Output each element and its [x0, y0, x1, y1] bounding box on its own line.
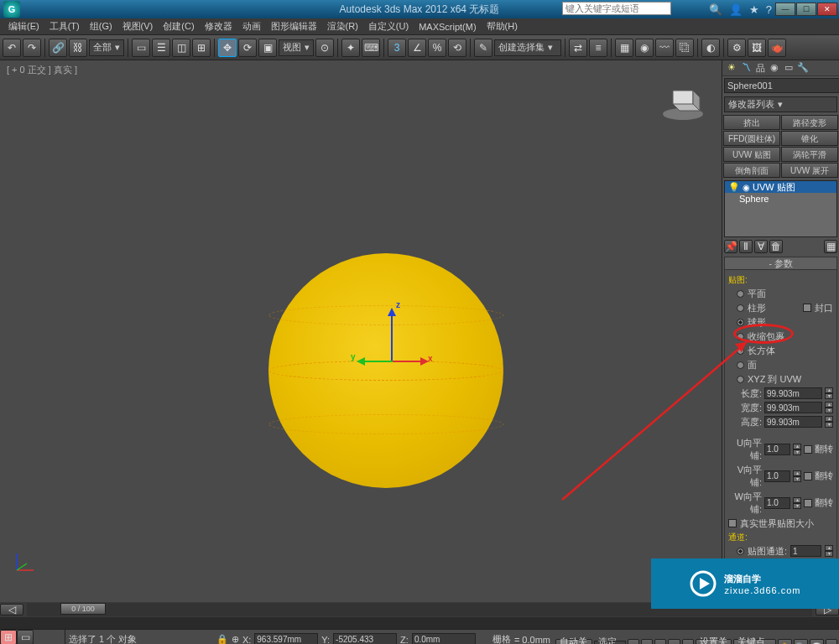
wtile-spinner[interactable]: 1.0	[764, 497, 790, 509]
ref-coord-dropdown[interactable]: 视图 ▾	[279, 39, 314, 56]
listener-btn[interactable]: ▭	[17, 630, 34, 644]
keymode-dropdown[interactable]: 选定对象	[594, 641, 626, 645]
unlink-button[interactable]: ⛓	[69, 39, 87, 57]
help-search[interactable]	[562, 2, 671, 15]
btn-bevelprof[interactable]: 倒角剖面	[723, 163, 780, 178]
snap-button[interactable]: 3	[388, 39, 406, 57]
selection-set-dropdown[interactable]: 创建选择集 ▾	[494, 39, 561, 56]
autokey-toggle[interactable]: 自动关键点	[555, 639, 592, 645]
radio-cylindrical[interactable]: 柱形封口	[737, 302, 833, 314]
time-prev-icon[interactable]: ◁	[0, 604, 23, 615]
menu-graph[interactable]: 图形编辑器	[266, 20, 322, 33]
spinner-snap-button[interactable]: ⟲	[448, 39, 466, 57]
btn-extrude[interactable]: 挤出	[723, 115, 780, 130]
menu-render[interactable]: 渲染(R)	[322, 20, 363, 33]
link-button[interactable]: 🔗	[49, 39, 67, 57]
graphite-button[interactable]: ◉	[635, 39, 654, 57]
modifier-list-dropdown[interactable]: 修改器列表 ▾	[724, 96, 837, 112]
pin-stack-icon[interactable]: 📌	[724, 240, 737, 253]
rotate-button[interactable]: ⟳	[238, 39, 257, 57]
close-button[interactable]: ✕	[817, 3, 837, 16]
up-icon[interactable]: ▴	[825, 387, 833, 393]
percent-snap-button[interactable]: %	[428, 39, 446, 57]
curve-editor-button[interactable]: 〰	[655, 39, 674, 57]
window-crossing-button[interactable]: ⊞	[192, 39, 211, 57]
scale-button[interactable]: ▣	[258, 39, 277, 57]
radio-face[interactable]: 面	[737, 359, 833, 371]
realworld-checkbox[interactable]	[728, 519, 737, 527]
play-icon[interactable]: ▶	[654, 639, 666, 645]
menu-tools[interactable]: 工具(T)	[44, 20, 85, 33]
btn-turbosmooth[interactable]: 涡轮平滑	[781, 147, 838, 162]
y-coord-input[interactable]	[333, 633, 397, 644]
y-axis-icon[interactable]	[359, 361, 393, 362]
show-result-icon[interactable]: Ⅱ	[739, 240, 753, 253]
radio-xyz[interactable]: XYZ 到 UVW	[737, 373, 833, 386]
edit-set-button[interactable]: ✎	[474, 39, 492, 57]
viewcube-icon[interactable]	[659, 75, 706, 122]
stack-uvwmap[interactable]: 💡◉ UVW 贴图	[725, 181, 836, 193]
material-button[interactable]: ◐	[701, 39, 720, 57]
btn-uvwunwrap[interactable]: UVW 展开	[781, 163, 838, 178]
menu-animation[interactable]: 动画	[237, 20, 266, 33]
menu-group[interactable]: 组(G)	[85, 20, 117, 33]
object-name-input[interactable]	[724, 78, 839, 93]
selection-scope-dropdown[interactable]: 全部 ▾	[89, 39, 124, 56]
pan-icon[interactable]: ✋	[778, 639, 792, 645]
track-bar[interactable]	[0, 617, 839, 629]
btn-uvwmap[interactable]: UVW 贴图	[723, 147, 780, 162]
display-tab-icon[interactable]: ▭	[783, 62, 795, 74]
x-coord-input[interactable]	[254, 633, 318, 644]
x-axis-icon[interactable]	[393, 361, 426, 362]
utilities-tab-icon[interactable]: 🔧	[797, 62, 809, 74]
width-spinner[interactable]: 99.903m	[764, 402, 822, 413]
cap-checkbox[interactable]	[803, 304, 811, 312]
config-icon[interactable]: ▦	[824, 240, 837, 253]
menu-view[interactable]: 视图(V)	[117, 20, 159, 33]
goto-start-icon[interactable]: ⏮	[628, 639, 639, 645]
mapch-spinner[interactable]: 1	[790, 545, 821, 557]
lock-icon[interactable]: 🔒	[216, 634, 228, 644]
prev-frame-icon[interactable]: ◀	[641, 639, 653, 645]
undo-button[interactable]: ↶	[3, 39, 21, 57]
render-frame-button[interactable]: 🖼	[748, 39, 766, 57]
utile-spinner[interactable]: 1.0	[764, 444, 790, 455]
redo-button[interactable]: ↷	[23, 39, 41, 57]
zoom-icon[interactable]: 🔍	[794, 639, 808, 645]
uflip-checkbox[interactable]	[804, 445, 812, 454]
remove-mod-icon[interactable]: 🗑	[769, 240, 783, 253]
signin-icon[interactable]: 👤	[729, 3, 743, 16]
select-name-button[interactable]: ☰	[152, 39, 170, 57]
radio-spherical[interactable]: 球形	[737, 316, 833, 329]
mirror-button[interactable]: ⇄	[569, 39, 587, 57]
mapch-radio[interactable]	[737, 548, 744, 555]
next-frame-icon[interactable]: ▶	[668, 639, 680, 645]
btn-ffd[interactable]: FFD(圆柱体)	[723, 131, 780, 146]
minimize-button[interactable]: —	[775, 3, 795, 16]
favorite-icon[interactable]: ★	[749, 3, 759, 16]
keyfilter-button[interactable]: 关键点过滤器	[733, 639, 775, 645]
wflip-checkbox[interactable]	[804, 499, 812, 507]
render-button[interactable]: 🫖	[768, 39, 786, 57]
stack-sphere[interactable]: Sphere	[725, 193, 836, 205]
menu-create[interactable]: 创建(C)	[158, 20, 199, 33]
btn-pathdeform[interactable]: 路径变形	[781, 115, 838, 130]
radio-shrinkwrap[interactable]: 收缩包裹	[737, 330, 833, 343]
bulb-icon[interactable]: 💡	[728, 182, 740, 193]
modifier-stack[interactable]: 💡◉ UVW 贴图 Sphere	[724, 180, 837, 237]
keymode-button[interactable]: ⌨	[362, 39, 380, 57]
menu-maxscript[interactable]: MAXScript(M)	[414, 22, 481, 32]
create-tab-icon[interactable]: ☀	[726, 62, 737, 74]
btn-taper[interactable]: 锥化	[781, 131, 838, 146]
maximize-vp-icon[interactable]: ⊞	[826, 639, 837, 645]
down-icon[interactable]: ▾	[825, 393, 833, 399]
menu-edit[interactable]: 编辑(E)	[3, 20, 44, 33]
menu-modifiers[interactable]: 修改器	[200, 20, 237, 33]
schematic-button[interactable]: ⿻	[675, 39, 694, 57]
radio-planar[interactable]: 平面	[737, 288, 833, 300]
select-button[interactable]: ▭	[132, 39, 150, 57]
vtile-spinner[interactable]: 1.0	[764, 470, 790, 482]
manip-button[interactable]: ✦	[341, 39, 360, 57]
align-button[interactable]: ≡	[589, 39, 607, 57]
angle-snap-button[interactable]: ∠	[408, 39, 426, 57]
